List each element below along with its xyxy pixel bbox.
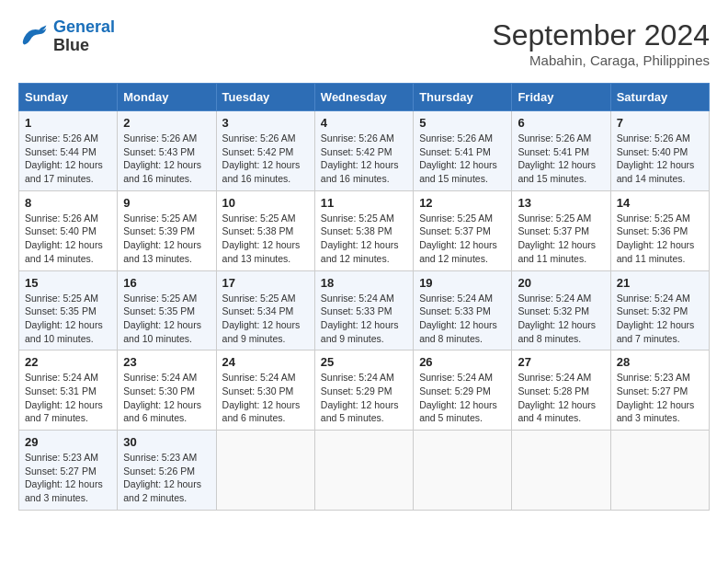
day-number: 7 [617, 116, 703, 130]
day-number: 8 [25, 196, 111, 210]
day-info: Sunrise: 5:25 AMSunset: 5:35 PMDaylight:… [25, 293, 103, 344]
header-row: Sunday Monday Tuesday Wednesday Thursday… [19, 84, 710, 111]
page-header: General Blue September 2024 Mabahin, Car… [18, 18, 710, 68]
empty-cell [314, 431, 413, 511]
title-block: September 2024 Mabahin, Caraga, Philippi… [492, 18, 710, 68]
day-number: 19 [419, 276, 506, 290]
empty-cell [610, 431, 709, 511]
day-cell: 14 Sunrise: 5:25 AMSunset: 5:36 PMDaylig… [610, 190, 709, 270]
day-number: 11 [321, 196, 407, 210]
day-info: Sunrise: 5:25 AMSunset: 5:38 PMDaylight:… [222, 213, 301, 264]
table-row: 15 Sunrise: 5:25 AMSunset: 5:35 PMDaylig… [19, 270, 710, 350]
day-cell: 6 Sunrise: 5:26 AMSunset: 5:41 PMDayligh… [512, 111, 610, 191]
day-number: 15 [25, 276, 111, 290]
day-number: 5 [419, 116, 506, 130]
day-info: Sunrise: 5:26 AMSunset: 5:44 PMDaylight:… [25, 132, 103, 184]
day-info: Sunrise: 5:24 AMSunset: 5:28 PMDaylight:… [518, 372, 596, 423]
day-number: 27 [518, 355, 604, 369]
day-cell: 23 Sunrise: 5:24 AMSunset: 5:30 PMDaylig… [118, 350, 216, 431]
day-cell: 30 Sunrise: 5:23 AMSunset: 5:26 PMDaylig… [118, 431, 216, 511]
day-info: Sunrise: 5:24 AMSunset: 5:32 PMDaylight:… [617, 293, 695, 344]
day-number: 12 [419, 196, 506, 210]
col-saturday: Saturday [610, 84, 709, 111]
day-info: Sunrise: 5:24 AMSunset: 5:30 PMDaylight:… [222, 372, 301, 423]
day-info: Sunrise: 5:26 AMSunset: 5:40 PMDaylight:… [617, 132, 695, 184]
day-info: Sunrise: 5:26 AMSunset: 5:43 PMDaylight:… [123, 132, 201, 184]
day-number: 9 [123, 196, 210, 210]
day-cell: 11 Sunrise: 5:25 AMSunset: 5:38 PMDaylig… [314, 190, 413, 270]
day-number: 4 [321, 116, 407, 130]
day-info: Sunrise: 5:25 AMSunset: 5:37 PMDaylight:… [518, 213, 596, 264]
day-cell: 22 Sunrise: 5:24 AMSunset: 5:31 PMDaylig… [19, 350, 118, 431]
day-info: Sunrise: 5:24 AMSunset: 5:32 PMDaylight:… [518, 293, 596, 344]
col-wednesday: Wednesday [314, 84, 413, 111]
logo-text: General Blue [53, 18, 115, 55]
col-friday: Friday [512, 84, 610, 111]
day-cell: 7 Sunrise: 5:26 AMSunset: 5:40 PMDayligh… [610, 111, 709, 191]
empty-cell [414, 431, 512, 511]
day-number: 21 [617, 276, 703, 290]
day-number: 1 [25, 116, 111, 130]
empty-cell [512, 431, 610, 511]
day-number: 25 [321, 355, 407, 369]
day-info: Sunrise: 5:23 AMSunset: 5:27 PMDaylight:… [617, 372, 695, 423]
day-number: 24 [222, 355, 309, 369]
day-number: 23 [123, 355, 210, 369]
col-tuesday: Tuesday [216, 84, 314, 111]
logo-icon [18, 24, 48, 50]
day-cell: 15 Sunrise: 5:25 AMSunset: 5:35 PMDaylig… [19, 270, 118, 350]
day-number: 17 [222, 276, 309, 290]
col-sunday: Sunday [19, 84, 118, 111]
table-row: 8 Sunrise: 5:26 AMSunset: 5:40 PMDayligh… [19, 190, 710, 270]
day-cell: 12 Sunrise: 5:25 AMSunset: 5:37 PMDaylig… [414, 190, 512, 270]
calendar-table: Sunday Monday Tuesday Wednesday Thursday… [18, 83, 710, 511]
day-cell: 21 Sunrise: 5:24 AMSunset: 5:32 PMDaylig… [610, 270, 709, 350]
day-cell: 28 Sunrise: 5:23 AMSunset: 5:27 PMDaylig… [610, 350, 709, 431]
table-row: 1 Sunrise: 5:26 AMSunset: 5:44 PMDayligh… [19, 111, 710, 191]
day-cell: 18 Sunrise: 5:24 AMSunset: 5:33 PMDaylig… [314, 270, 413, 350]
day-info: Sunrise: 5:24 AMSunset: 5:29 PMDaylight:… [419, 372, 497, 423]
day-info: Sunrise: 5:25 AMSunset: 5:36 PMDaylight:… [617, 213, 695, 264]
day-cell: 3 Sunrise: 5:26 AMSunset: 5:42 PMDayligh… [216, 111, 314, 191]
day-info: Sunrise: 5:26 AMSunset: 5:42 PMDaylight:… [222, 132, 301, 184]
day-number: 2 [123, 116, 210, 130]
day-info: Sunrise: 5:24 AMSunset: 5:29 PMDaylight:… [321, 372, 399, 423]
day-cell: 20 Sunrise: 5:24 AMSunset: 5:32 PMDaylig… [512, 270, 610, 350]
day-cell: 1 Sunrise: 5:26 AMSunset: 5:44 PMDayligh… [19, 111, 118, 191]
day-info: Sunrise: 5:24 AMSunset: 5:33 PMDaylight:… [419, 293, 497, 344]
day-info: Sunrise: 5:24 AMSunset: 5:30 PMDaylight:… [123, 372, 201, 423]
day-cell: 5 Sunrise: 5:26 AMSunset: 5:41 PMDayligh… [414, 111, 512, 191]
day-number: 14 [617, 196, 703, 210]
day-info: Sunrise: 5:23 AMSunset: 5:27 PMDaylight:… [25, 452, 103, 503]
day-cell: 24 Sunrise: 5:24 AMSunset: 5:30 PMDaylig… [216, 350, 314, 431]
col-thursday: Thursday [414, 84, 512, 111]
day-number: 28 [617, 355, 703, 369]
day-cell: 2 Sunrise: 5:26 AMSunset: 5:43 PMDayligh… [118, 111, 216, 191]
day-info: Sunrise: 5:26 AMSunset: 5:41 PMDaylight:… [419, 132, 497, 184]
day-number: 26 [419, 355, 506, 369]
location: Mabahin, Caraga, Philippines [492, 52, 710, 68]
day-cell: 27 Sunrise: 5:24 AMSunset: 5:28 PMDaylig… [512, 350, 610, 431]
month-title: September 2024 [492, 18, 710, 52]
day-cell: 29 Sunrise: 5:23 AMSunset: 5:27 PMDaylig… [19, 431, 118, 511]
day-info: Sunrise: 5:24 AMSunset: 5:31 PMDaylight:… [25, 372, 103, 423]
day-cell: 4 Sunrise: 5:26 AMSunset: 5:42 PMDayligh… [314, 111, 413, 191]
day-cell: 8 Sunrise: 5:26 AMSunset: 5:40 PMDayligh… [19, 190, 118, 270]
col-monday: Monday [118, 84, 216, 111]
day-cell: 17 Sunrise: 5:25 AMSunset: 5:34 PMDaylig… [216, 270, 314, 350]
empty-cell [216, 431, 314, 511]
day-number: 18 [321, 276, 407, 290]
day-cell: 10 Sunrise: 5:25 AMSunset: 5:38 PMDaylig… [216, 190, 314, 270]
day-number: 30 [123, 435, 210, 449]
day-info: Sunrise: 5:24 AMSunset: 5:33 PMDaylight:… [321, 293, 399, 344]
day-info: Sunrise: 5:25 AMSunset: 5:34 PMDaylight:… [222, 293, 301, 344]
day-cell: 26 Sunrise: 5:24 AMSunset: 5:29 PMDaylig… [414, 350, 512, 431]
day-info: Sunrise: 5:26 AMSunset: 5:41 PMDaylight:… [518, 132, 596, 184]
day-cell: 25 Sunrise: 5:24 AMSunset: 5:29 PMDaylig… [314, 350, 413, 431]
day-info: Sunrise: 5:25 AMSunset: 5:39 PMDaylight:… [123, 213, 201, 264]
day-number: 16 [123, 276, 210, 290]
table-row: 29 Sunrise: 5:23 AMSunset: 5:27 PMDaylig… [19, 431, 710, 511]
day-number: 10 [222, 196, 309, 210]
day-info: Sunrise: 5:26 AMSunset: 5:40 PMDaylight:… [25, 213, 103, 264]
table-row: 22 Sunrise: 5:24 AMSunset: 5:31 PMDaylig… [19, 350, 710, 431]
